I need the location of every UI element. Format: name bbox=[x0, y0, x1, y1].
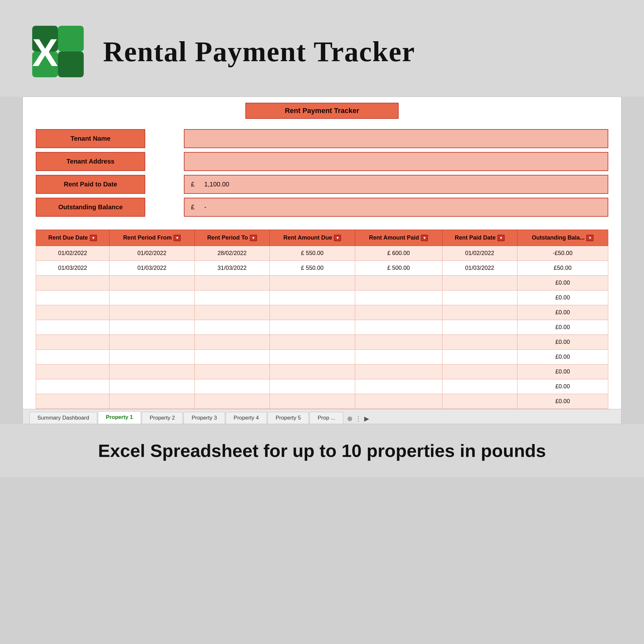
cell-r4-c0[interactable] bbox=[36, 305, 109, 320]
tab-property-2[interactable]: Property 2 bbox=[142, 412, 183, 424]
cell-r8-c5[interactable] bbox=[442, 365, 517, 379]
sheet-nav-right[interactable]: ▶ bbox=[364, 415, 369, 422]
cell-r9-c1[interactable] bbox=[109, 379, 194, 394]
col-rent-period-to-dropdown[interactable]: ▼ bbox=[250, 235, 257, 241]
col-outstanding-balance[interactable]: Outstanding Bala... ▼ bbox=[517, 230, 608, 246]
cell-r3-c4[interactable] bbox=[355, 290, 442, 305]
cell-r0-c0[interactable]: 01/02/2022 bbox=[36, 246, 109, 261]
cell-r10-c5[interactable] bbox=[442, 394, 517, 409]
cell-r3-c5[interactable] bbox=[442, 290, 517, 305]
table-row[interactable]: 01/03/202201/03/202231/03/2022£ 550.00£ … bbox=[36, 261, 608, 276]
cell-r9-c6[interactable]: £0.00 bbox=[517, 379, 608, 394]
cell-r4-c6[interactable]: £0.00 bbox=[517, 305, 608, 320]
table-row[interactable]: £0.00 bbox=[36, 320, 608, 335]
cell-r9-c3[interactable] bbox=[270, 379, 355, 394]
table-row[interactable]: £0.00 bbox=[36, 379, 608, 394]
cell-r2-c6[interactable]: £0.00 bbox=[517, 276, 608, 290]
col-outstanding-balance-dropdown[interactable]: ▼ bbox=[586, 235, 593, 241]
cell-r1-c4[interactable]: £ 500.00 bbox=[355, 261, 442, 276]
tab-property-5[interactable]: Property 5 bbox=[268, 412, 309, 424]
cell-r8-c2[interactable] bbox=[194, 365, 270, 379]
cell-r1-c6[interactable]: £50.00 bbox=[517, 261, 608, 276]
table-row[interactable]: £0.00 bbox=[36, 365, 608, 379]
cell-r3-c0[interactable] bbox=[36, 290, 109, 305]
col-rent-paid-date-dropdown[interactable]: ▼ bbox=[497, 235, 505, 241]
cell-r2-c2[interactable] bbox=[194, 276, 270, 290]
cell-r9-c4[interactable] bbox=[355, 379, 442, 394]
col-rent-period-from-dropdown[interactable]: ▼ bbox=[174, 235, 181, 241]
cell-r7-c3[interactable] bbox=[270, 350, 355, 365]
cell-r7-c4[interactable] bbox=[355, 350, 442, 365]
cell-r10-c6[interactable]: £0.00 bbox=[517, 394, 608, 409]
cell-r7-c1[interactable] bbox=[109, 350, 194, 365]
cell-r10-c0[interactable] bbox=[36, 394, 109, 409]
cell-r6-c4[interactable] bbox=[355, 335, 442, 350]
cell-r1-c1[interactable]: 01/03/2022 bbox=[109, 261, 194, 276]
cell-r1-c5[interactable]: 01/03/2022 bbox=[442, 261, 517, 276]
cell-r4-c3[interactable] bbox=[270, 305, 355, 320]
cell-r5-c0[interactable] bbox=[36, 320, 109, 335]
col-rent-period-from[interactable]: Rent Period From ▼ bbox=[109, 230, 194, 246]
cell-r0-c1[interactable]: 01/02/2022 bbox=[109, 246, 194, 261]
tenant-address-value[interactable] bbox=[184, 152, 608, 171]
cell-r6-c0[interactable] bbox=[36, 335, 109, 350]
tenant-name-value[interactable] bbox=[184, 129, 608, 148]
table-row[interactable]: £0.00 bbox=[36, 350, 608, 365]
cell-r5-c5[interactable] bbox=[442, 320, 517, 335]
cell-r2-c4[interactable] bbox=[355, 276, 442, 290]
sheet-scroll-button[interactable]: ⋮ bbox=[355, 415, 362, 422]
cell-r4-c1[interactable] bbox=[109, 305, 194, 320]
cell-r10-c1[interactable] bbox=[109, 394, 194, 409]
cell-r2-c5[interactable] bbox=[442, 276, 517, 290]
cell-r9-c5[interactable] bbox=[442, 379, 517, 394]
table-row[interactable]: £0.00 bbox=[36, 290, 608, 305]
cell-r4-c4[interactable] bbox=[355, 305, 442, 320]
tab-property-1[interactable]: Property 1 bbox=[98, 411, 141, 424]
tab-summary-dashboard[interactable]: Summary Dashboard bbox=[29, 412, 97, 424]
cell-r5-c1[interactable] bbox=[109, 320, 194, 335]
cell-r2-c0[interactable] bbox=[36, 276, 109, 290]
cell-r8-c0[interactable] bbox=[36, 365, 109, 379]
cell-r0-c3[interactable]: £ 550.00 bbox=[270, 246, 355, 261]
cell-r6-c3[interactable] bbox=[270, 335, 355, 350]
add-sheet-button[interactable]: ⊕ bbox=[347, 415, 353, 422]
tab-property-more[interactable]: Prop ... bbox=[309, 412, 343, 424]
tab-property-3[interactable]: Property 3 bbox=[184, 412, 225, 424]
cell-r3-c6[interactable]: £0.00 bbox=[517, 290, 608, 305]
cell-r6-c5[interactable] bbox=[442, 335, 517, 350]
col-rent-due-date-dropdown[interactable]: ▼ bbox=[90, 235, 97, 241]
cell-r4-c2[interactable] bbox=[194, 305, 270, 320]
cell-r9-c0[interactable] bbox=[36, 379, 109, 394]
cell-r0-c6[interactable]: -£50.00 bbox=[517, 246, 608, 261]
cell-r9-c2[interactable] bbox=[194, 379, 270, 394]
cell-r1-c0[interactable]: 01/03/2022 bbox=[36, 261, 109, 276]
cell-r4-c5[interactable] bbox=[442, 305, 517, 320]
cell-r7-c2[interactable] bbox=[194, 350, 270, 365]
cell-r3-c3[interactable] bbox=[270, 290, 355, 305]
col-rent-amount-paid[interactable]: Rent Amount Paid ▼ bbox=[355, 230, 442, 246]
tab-property-4[interactable]: Property 4 bbox=[226, 412, 267, 424]
cell-r0-c4[interactable]: £ 600.00 bbox=[355, 246, 442, 261]
cell-r8-c6[interactable]: £0.00 bbox=[517, 365, 608, 379]
rent-paid-value[interactable]: £ 1,100.00 bbox=[184, 175, 608, 194]
cell-r2-c1[interactable] bbox=[109, 276, 194, 290]
table-row[interactable]: £0.00 bbox=[36, 394, 608, 409]
col-rent-amount-due-dropdown[interactable]: ▼ bbox=[334, 235, 341, 241]
cell-r2-c3[interactable] bbox=[270, 276, 355, 290]
col-rent-amount-due[interactable]: Rent Amount Due ▼ bbox=[270, 230, 355, 246]
cell-r6-c6[interactable]: £0.00 bbox=[517, 335, 608, 350]
cell-r10-c2[interactable] bbox=[194, 394, 270, 409]
cell-r6-c1[interactable] bbox=[109, 335, 194, 350]
cell-r7-c0[interactable] bbox=[36, 350, 109, 365]
col-rent-amount-paid-dropdown[interactable]: ▼ bbox=[421, 235, 428, 241]
cell-r5-c6[interactable]: £0.00 bbox=[517, 320, 608, 335]
col-rent-period-to[interactable]: Rent Period To ▼ bbox=[194, 230, 270, 246]
cell-r8-c1[interactable] bbox=[109, 365, 194, 379]
table-row[interactable]: £0.00 bbox=[36, 305, 608, 320]
cell-r7-c5[interactable] bbox=[442, 350, 517, 365]
col-rent-paid-date[interactable]: Rent Paid Date ▼ bbox=[442, 230, 517, 246]
cell-r1-c2[interactable]: 31/03/2022 bbox=[194, 261, 270, 276]
cell-r1-c3[interactable]: £ 550.00 bbox=[270, 261, 355, 276]
cell-r8-c3[interactable] bbox=[270, 365, 355, 379]
col-rent-due-date[interactable]: Rent Due Date ▼ bbox=[36, 230, 109, 246]
